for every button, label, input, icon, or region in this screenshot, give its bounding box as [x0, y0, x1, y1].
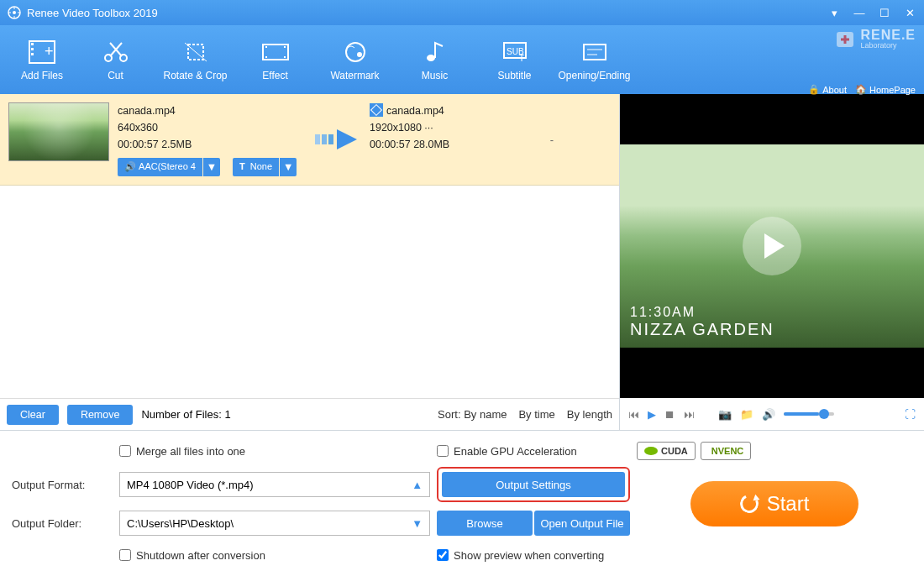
chevron-down-icon[interactable]: ▼ [280, 158, 297, 176]
audio-track-select[interactable]: 🔊 AAC(Stereo 4 ▼ [118, 158, 220, 176]
app-window: Renee Video Toolbox 2019 ▾ — ☐ ✕ + Add F… [0, 0, 924, 571]
output-format-select[interactable]: MP4 1080P Video (*.mp4) ▲ [119, 472, 430, 497]
output-folder-select[interactable]: C:\Users\HP\Desktop\ ▼ [119, 511, 430, 536]
progress-placeholder: - [493, 134, 611, 146]
brand-box: RENE.E Laboratory 🔒About 🏠HomePage [808, 27, 916, 92]
video-thumbnail [8, 102, 109, 161]
shutdown-checkbox[interactable]: Shutdown after conversion [119, 549, 430, 562]
file-count: Number of Files: 1 [141, 408, 230, 421]
play-icon[interactable]: ▶ [648, 408, 656, 421]
fullscreen-icon[interactable]: ⛶ [905, 408, 916, 421]
svg-rect-12 [265, 56, 267, 58]
output-settings-highlight: Output Settings [437, 467, 630, 502]
svg-point-16 [357, 52, 362, 57]
svg-text:T: T [519, 54, 524, 63]
tool-rotate-crop[interactable]: Rotate & Crop [155, 34, 235, 85]
snapshot-icon[interactable]: 📷 [718, 408, 732, 421]
sort-by-length[interactable]: By length [567, 408, 612, 421]
tool-effect[interactable]: Effect [235, 34, 315, 85]
svg-rect-4 [31, 48, 34, 50]
maximize-icon[interactable]: ☐ [877, 7, 892, 19]
tool-add-files[interactable]: + Add Files [8, 34, 76, 85]
close-icon[interactable]: ✕ [902, 7, 917, 19]
video-preview[interactable]: 11:30AM NIZZA GARDEN [620, 94, 924, 398]
source-duration-size: 00:00:57 2.5MB [118, 136, 302, 153]
window-controls: ▾ — ☐ ✕ [827, 7, 917, 19]
open-folder-icon[interactable]: 📁 [740, 408, 753, 421]
svg-rect-26 [322, 134, 327, 144]
clear-button[interactable]: Clear [7, 405, 59, 425]
start-button[interactable]: Start [690, 481, 858, 526]
watermark-icon [341, 38, 370, 66]
volume-slider[interactable] [784, 412, 834, 416]
film-add-icon: + [28, 38, 56, 66]
merge-checkbox[interactable]: Merge all files into one [119, 445, 430, 458]
titlebar: Renee Video Toolbox 2019 ▾ — ☐ ✕ [0, 0, 924, 25]
main-toolbar: + Add Files Cut Rotate & Crop Effect Wat… [0, 25, 924, 94]
brand-sub: Laboratory [860, 42, 916, 50]
file-row[interactable]: canada.mp4 640x360 00:00:57 2.5MB 🔊 AAC(… [0, 94, 619, 186]
stop-icon[interactable]: ⏹ [664, 408, 675, 421]
tool-music[interactable]: Music [395, 34, 475, 85]
destination-info: canada.mp4 1920x1080 ··· 00:00:57 28.0MB [370, 102, 485, 176]
source-resolution: 640x360 [118, 119, 302, 136]
subtitle-track-select[interactable]: T None ▼ [233, 158, 297, 176]
open-output-button[interactable]: Open Output File [534, 511, 630, 536]
svg-rect-14 [284, 56, 286, 58]
list-strip: Clear Remove Number of Files: 1 Sort: By… [0, 398, 619, 430]
subtitle-icon: SUBT [501, 38, 529, 66]
play-overlay-button[interactable] [743, 217, 801, 275]
next-icon[interactable]: ⏭ [684, 408, 695, 421]
output-settings-button[interactable]: Output Settings [442, 472, 625, 497]
tool-opening-ending[interactable]: Opening/Ending [554, 34, 634, 85]
dest-duration-size: 00:00:57 28.0MB [370, 136, 485, 153]
brand-cross-icon [833, 27, 857, 50]
browse-button[interactable]: Browse [437, 511, 533, 536]
brand-name: RENE.E [860, 29, 916, 42]
nvenc-badge: NVENC [701, 442, 752, 460]
player-controls: ⏮ ▶ ⏹ ⏭ 📷 📁 🔊 ⛶ [620, 398, 924, 430]
sort-by-name[interactable]: By name [464, 408, 507, 421]
output-format-label: Output Format: [12, 479, 113, 491]
output-folder-label: Output Folder: [12, 517, 113, 530]
music-note-icon [421, 38, 449, 66]
prev-icon[interactable]: ⏮ [628, 408, 639, 421]
chevron-down-icon[interactable]: ▼ [203, 158, 220, 176]
edit-icon[interactable] [370, 103, 383, 117]
remove-button[interactable]: Remove [67, 405, 134, 425]
file-area: canada.mp4 640x360 00:00:57 2.5MB 🔊 AAC(… [0, 94, 619, 398]
tool-label: Rotate & Crop [163, 70, 227, 81]
minimize-icon[interactable]: — [852, 7, 867, 19]
sort-by-time[interactable]: By time [518, 408, 554, 421]
tool-subtitle[interactable]: SUBT Subtitle [475, 34, 554, 85]
conversion-arrow [311, 102, 361, 176]
svg-point-1 [13, 11, 16, 14]
svg-rect-5 [31, 53, 34, 55]
app-title: Renee Video Toolbox 2019 [27, 7, 158, 19]
crop-icon [181, 38, 210, 66]
tool-cut[interactable]: Cut [76, 34, 155, 85]
refresh-icon [738, 492, 761, 516]
dropdown-caret-icon[interactable]: ▾ [827, 7, 842, 19]
svg-rect-3 [31, 43, 34, 45]
title-card-icon [580, 38, 609, 66]
tool-label: Cut [108, 70, 123, 81]
svg-text:+: + [45, 43, 54, 60]
tool-label: Subtitle [497, 70, 531, 81]
filmstrip-icon [261, 38, 290, 66]
nvidia-eye-icon [644, 447, 658, 455]
cuda-badge: CUDA [637, 442, 696, 460]
chevron-up-icon: ▲ [412, 479, 423, 491]
volume-icon[interactable]: 🔊 [762, 408, 775, 421]
chevron-down-icon: ▼ [412, 517, 423, 530]
source-info: canada.mp4 640x360 00:00:57 2.5MB 🔊 AAC(… [118, 102, 302, 176]
gpu-checkbox[interactable]: Enable GPU Acceleration [437, 445, 577, 458]
source-filename: canada.mp4 [118, 102, 302, 119]
svg-rect-21 [584, 45, 606, 60]
svg-rect-11 [265, 46, 267, 48]
arrow-right-icon [315, 129, 357, 149]
tool-watermark[interactable]: Watermark [315, 34, 395, 85]
text-icon: T [239, 160, 245, 175]
tool-label: Music [422, 70, 448, 81]
show-preview-checkbox[interactable]: Show preview when converting [437, 549, 630, 562]
